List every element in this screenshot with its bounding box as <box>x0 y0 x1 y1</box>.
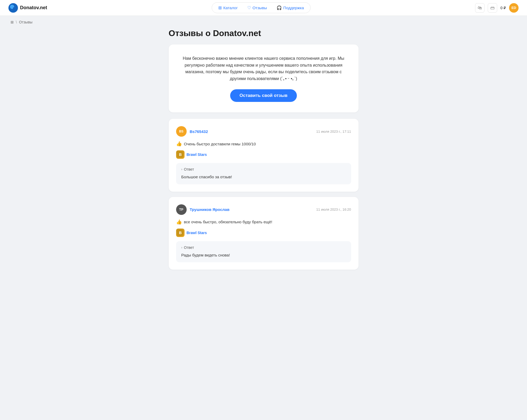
svg-point-2 <box>13 7 16 10</box>
review-comment: все очень быстро, обязательно буду брать… <box>184 220 272 224</box>
svg-text:B: B <box>179 152 181 157</box>
archive-icon: 🗃 <box>490 6 495 10</box>
reply-toggle[interactable]: › Ответ <box>181 167 346 171</box>
breadcrumb: ⊞ \ Отзывы <box>0 16 527 28</box>
review-user: BS Bs765432 <box>176 126 208 137</box>
review-username[interactable]: Трушников Ярослав <box>190 207 230 212</box>
chevron-right-icon: › <box>181 167 182 171</box>
thumbs-up-icon: 👍 <box>176 141 182 147</box>
review-username[interactable]: Bs765432 <box>190 129 208 134</box>
site-header: Donatov.net ⊞ Каталог ♡ Отзывы 🎧 Поддерж… <box>0 0 527 16</box>
svg-text:B: B <box>179 231 181 235</box>
site-name: Donatov.net <box>20 5 47 11</box>
balance-display: 0 ₽ <box>500 6 506 10</box>
leave-review-button[interactable]: Оставить свой отзыв <box>230 89 297 102</box>
user-avatar[interactable]: ED <box>509 3 519 13</box>
review-card: BS Bs765432 11 июля 2023 г., 17:11 👍 Оче… <box>169 119 359 192</box>
headphone-icon: 🎧 <box>277 5 282 10</box>
review-header: BS Bs765432 11 июля 2023 г., 17:11 <box>176 126 351 137</box>
thumbs-up-icon: 👍 <box>176 219 182 225</box>
main-nav: ⊞ Каталог ♡ Отзывы 🎧 Поддержка <box>212 2 311 13</box>
chevron-right-icon: › <box>181 246 182 249</box>
game-tag: B Brawl Stars <box>176 229 351 237</box>
home-icon: ⊞ <box>11 20 14 24</box>
avatar: BS <box>176 126 187 137</box>
cart-icon: 🛍 <box>478 6 482 10</box>
reply-label: Ответ <box>184 245 194 250</box>
nav-catalog-label: Каталог <box>223 6 238 10</box>
reply-text: Большое спасибо за отзыв! <box>181 174 346 180</box>
nav-support[interactable]: 🎧 Поддержка <box>272 4 308 12</box>
reply-block: › Ответ Большое спасибо за отзыв! <box>176 163 351 184</box>
game-name-link[interactable]: Brawl Stars <box>187 231 207 235</box>
reply-toggle[interactable]: › Ответ <box>181 245 346 250</box>
breadcrumb-separator: \ <box>16 20 17 24</box>
brawl-stars-icon: B <box>176 150 185 159</box>
review-header: TP Трушников Ярослав 11 июля 2023 г., 16… <box>176 204 351 215</box>
review-card: TP Трушников Ярослав 11 июля 2023 г., 16… <box>169 197 359 270</box>
cart-button[interactable]: 🛍 <box>475 3 485 13</box>
review-date: 11 июля 2023 г., 16:20 <box>316 207 351 211</box>
nav-catalog[interactable]: ⊞ Каталог <box>214 4 242 12</box>
main-content: Отзывы о Donatov.net Нам бесконечно важн… <box>163 28 364 285</box>
archive-button[interactable]: 🗃 <box>488 3 497 13</box>
breadcrumb-current: Отзывы <box>19 20 32 24</box>
review-date: 11 июля 2023 г., 17:11 <box>316 130 351 134</box>
reply-label: Ответ <box>184 167 194 171</box>
review-text: 👍 Очень быстро доставили гемы 1000/10 <box>176 141 351 147</box>
avatar: TP <box>176 204 187 215</box>
header-right: 🛍 🗃 0 ₽ ED <box>475 3 519 13</box>
logo-icon <box>8 3 18 13</box>
review-comment: Очень быстро доставили гемы 1000/10 <box>184 142 256 146</box>
review-text: 👍 все очень быстро, обязательно буду бра… <box>176 219 351 225</box>
game-name-link[interactable]: Brawl Stars <box>187 152 207 157</box>
catalog-icon: ⊞ <box>218 5 222 10</box>
reply-text: Рады будем видеть снова! <box>181 252 346 258</box>
heart-icon: ♡ <box>247 5 251 10</box>
review-user: TP Трушников Ярослав <box>176 204 230 215</box>
logo-link[interactable]: Donatov.net <box>8 3 47 13</box>
game-tag: B Brawl Stars <box>176 150 351 159</box>
brawl-stars-logo-svg: B <box>177 230 183 236</box>
page-title: Отзывы о Donatov.net <box>169 28 359 38</box>
reply-block: › Ответ Рады будем видеть снова! <box>176 241 351 263</box>
brawl-stars-logo-svg: B <box>177 151 183 158</box>
nav-reviews[interactable]: ♡ Отзывы <box>243 4 271 12</box>
nav-support-label: Поддержка <box>283 6 304 10</box>
info-card-text: Нам бесконечно важно мнение клиентов наш… <box>179 55 348 82</box>
brawl-stars-icon: B <box>176 229 185 237</box>
nav-reviews-label: Отзывы <box>253 6 267 10</box>
info-card: Нам бесконечно важно мнение клиентов наш… <box>169 45 359 112</box>
